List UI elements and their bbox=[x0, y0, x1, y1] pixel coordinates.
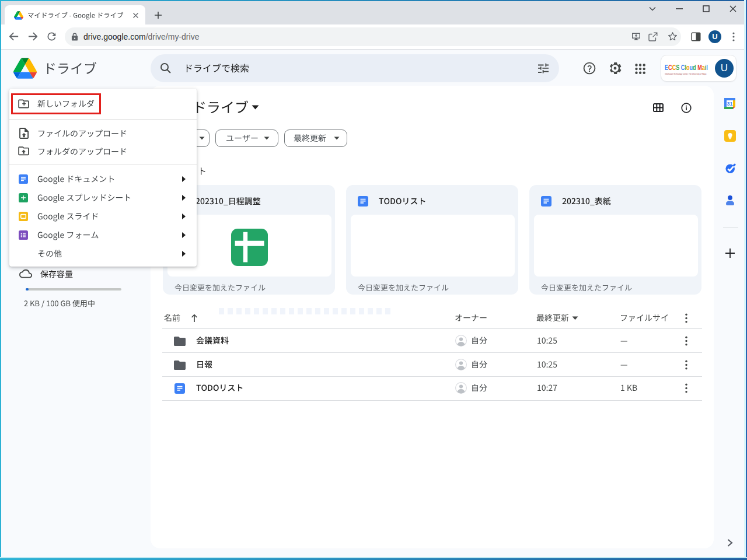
svg-text:31: 31 bbox=[727, 101, 732, 107]
